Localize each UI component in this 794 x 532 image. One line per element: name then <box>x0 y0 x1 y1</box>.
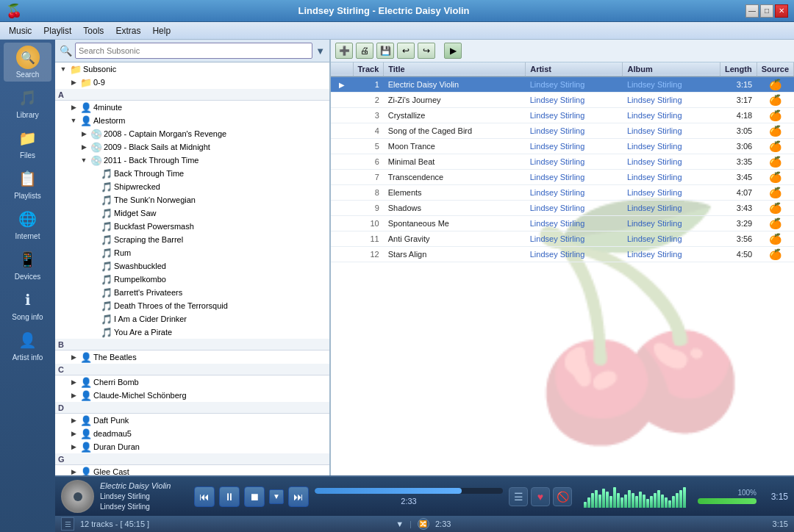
tree-track-cider-drinker[interactable]: 🎵 I Am a Cider Drinker <box>55 312 329 326</box>
sidebar-item-artist-info[interactable]: 👤 Artist info <box>4 326 51 364</box>
table-row[interactable]: 5 Moon Trance Lindsey Stirling Lindsey S… <box>331 139 794 154</box>
tree-album-captains-revenge[interactable]: ▶ 💿 2008 - Captain Morgan's Revenge <box>55 127 329 140</box>
col-header-artist[interactable]: Artist <box>526 62 623 76</box>
col-header-source[interactable]: Source <box>757 62 793 76</box>
maximize-button[interactable]: □ <box>760 4 773 18</box>
tree-artist-beatles[interactable]: ▶ 👤 The Beatles <box>55 351 329 364</box>
table-row[interactable]: 6 Minimal Beat Lindsey Stirling Lindsey … <box>331 154 794 170</box>
close-button[interactable]: ✕ <box>775 4 788 18</box>
sidebar-label-devices: Devices <box>15 273 41 281</box>
expand-icon-captains-revenge[interactable]: ▶ <box>79 129 89 139</box>
expand-icon-claude-michel[interactable]: ▶ <box>68 390 79 400</box>
volume-bar-container[interactable] <box>698 498 757 504</box>
tree-item-0-9[interactable]: ▶ 📁 0-9 <box>55 76 329 89</box>
expand-icon-subsonic[interactable]: ▼ <box>58 64 68 74</box>
tree-track-back-through-time[interactable]: 🎵 Back Through Time <box>55 167 329 180</box>
redo-button[interactable]: ↪ <box>418 43 435 59</box>
expand-icon-glee-cast[interactable]: ▶ <box>68 467 79 475</box>
tree-track-rum[interactable]: 🎵 Rum <box>55 246 329 259</box>
tree-track-barretts[interactable]: 🎵 Barrett's Privateers <box>55 286 329 299</box>
col-header-length[interactable]: Length <box>720 62 757 76</box>
expand-icon-beatles[interactable]: ▶ <box>68 352 79 362</box>
col-header-album[interactable]: Album <box>623 62 720 76</box>
menu-extras[interactable]: Extras <box>110 24 146 37</box>
tree-root-subsonic[interactable]: ▼ 📁 Subsonic <box>55 62 329 76</box>
expand-icon-alestorm[interactable]: ▼ <box>68 115 79 126</box>
sidebar-item-devices[interactable]: 📱 Devices <box>4 245 51 284</box>
expand-icon-4minute[interactable]: ▶ <box>68 102 79 112</box>
mini-playlist-button[interactable]: ☰ <box>61 517 74 531</box>
expand-icon-deadmau5[interactable]: ▶ <box>68 428 79 439</box>
col-header-num[interactable]: Track <box>353 62 384 76</box>
table-row[interactable]: ▶ 1 Electric Daisy Violin Lindsey Stirli… <box>331 76 794 93</box>
table-row[interactable]: 11 Anti Gravity Lindsey Stirling Lindsey… <box>331 231 794 247</box>
print-button[interactable]: 🖨 <box>356 43 373 59</box>
expand-icon-duran-duran[interactable]: ▶ <box>68 442 79 452</box>
tree-artist-daft-punk[interactable]: ▶ 👤 Daft Punk <box>55 414 329 427</box>
tree-track-scraping[interactable]: 🎵 Scraping the Barrel <box>55 233 329 246</box>
tree-artist-deadmau5[interactable]: ▶ 👤 deadmau5 <box>55 427 329 440</box>
prev-button[interactable]: ⏮ <box>194 486 215 507</box>
table-row[interactable]: 12 Stars Align Lindsey Stirling Lindsey … <box>331 247 794 262</box>
minimize-button[interactable]: — <box>745 4 759 18</box>
playlist-view-button[interactable]: ☰ <box>509 487 528 506</box>
expand-icon-back-through-time[interactable]: ▼ <box>79 155 89 165</box>
tree-track-swashbuckled[interactable]: 🎵 Swashbuckled <box>55 259 329 273</box>
sidebar-item-playlists[interactable]: 📋 Playlists <box>4 164 51 203</box>
table-row[interactable]: 4 Song of the Caged Bird Lindsey Stirlin… <box>331 123 794 139</box>
table-row[interactable]: 10 Spontaneous Me Lindsey Stirling Linds… <box>331 216 794 231</box>
play-queue-button[interactable]: ▶ <box>444 43 462 59</box>
sidebar-item-files[interactable]: 📁 Files <box>4 123 51 162</box>
table-row[interactable]: 3 Crystallize Lindsey Stirling Lindsey S… <box>331 108 794 123</box>
tree-artist-glee-cast[interactable]: ▶ 👤 Glee Cast <box>55 465 329 475</box>
tree-artist-cherri-bomb[interactable]: ▶ 👤 Cherri Bomb <box>55 375 329 389</box>
add-track-button[interactable]: ➕ <box>335 43 353 59</box>
tree-track-death-throes[interactable]: 🎵 Death Throes of the Terrorsquid <box>55 299 329 312</box>
tree-track-buckfast[interactable]: 🎵 Buckfast Powersmash <box>55 220 329 233</box>
progress-bar-container[interactable] <box>315 488 503 494</box>
table-row[interactable]: 8 Elements Lindsey Stirling Lindsey Stir… <box>331 185 794 201</box>
sidebar-item-search[interactable]: 🔍 Search <box>4 43 51 82</box>
track-table[interactable]: Track Title Artist Album Length Source ▶… <box>331 62 794 475</box>
tree-content[interactable]: ▼ 📁 Subsonic ▶ 📁 0-9 A <box>55 62 329 475</box>
col-header-track[interactable] <box>331 62 353 76</box>
tree-track-rumpelkombo[interactable]: 🎵 Rumpelkombo <box>55 273 329 286</box>
expand-icon-daft-punk[interactable]: ▶ <box>68 415 79 425</box>
expand-icon-0-9[interactable]: ▶ <box>68 77 79 87</box>
tree-artist-claude-michel[interactable]: ▶ 👤 Claude-Michel Schönberg <box>55 389 329 402</box>
save-button[interactable]: 💾 <box>376 43 394 59</box>
menu-help[interactable]: Help <box>146 24 176 37</box>
playback-dropdown[interactable]: ▼ <box>269 489 284 504</box>
tree-track-sunkn-norwegian[interactable]: 🎵 The Sunk'n Norwegian <box>55 193 329 206</box>
table-row[interactable]: 7 Transcendence Lindsey Stirling Lindsey… <box>331 170 794 185</box>
sidebar-label-artist-info: Artist info <box>12 353 43 362</box>
stop-button[interactable]: ⏹ <box>244 486 265 507</box>
tree-track-you-are-pirate[interactable]: 🎵 You Are a Pirate <box>55 326 329 339</box>
menu-tools[interactable]: Tools <box>77 24 110 37</box>
menu-playlist[interactable]: Playlist <box>37 24 77 37</box>
sidebar-item-library[interactable]: 🎵 Library <box>4 83 51 122</box>
tree-artist-alestorm[interactable]: ▼ 👤 Alestorm <box>55 114 329 127</box>
col-header-title[interactable]: Title <box>384 62 526 76</box>
pause-button[interactable]: ⏸ <box>219 486 240 507</box>
search-options-icon[interactable]: ▼ <box>315 46 325 57</box>
sidebar-item-internet[interactable]: 🌐 Internet <box>4 204 51 243</box>
next-button[interactable]: ⏭ <box>288 486 309 507</box>
undo-button[interactable]: ↩ <box>397 43 415 59</box>
menu-music[interactable]: Music <box>3 24 37 37</box>
expand-icon-cherri-bomb[interactable]: ▶ <box>68 377 79 387</box>
search-input[interactable] <box>75 43 312 59</box>
playback-order-button[interactable]: ▼ <box>396 520 404 528</box>
tree-artist-duran-duran[interactable]: ▶ 👤 Duran Duran <box>55 440 329 453</box>
tree-artist-4minute[interactable]: ▶ 👤 4minute <box>55 101 329 114</box>
table-row[interactable]: 9 Shadows Lindsey Stirling Lindsey Stirl… <box>331 201 794 216</box>
tree-album-back-through-time[interactable]: ▼ 💿 2011 - Back Through Time <box>55 154 329 167</box>
tree-track-shipwrecked[interactable]: 🎵 Shipwrecked <box>55 180 329 193</box>
tree-track-midget-saw[interactable]: 🎵 Midget Saw <box>55 206 329 220</box>
ban-button[interactable]: 🚫 <box>553 487 572 506</box>
favorite-button[interactable]: ♥ <box>531 487 550 506</box>
expand-icon-black-sails[interactable]: ▶ <box>79 142 89 152</box>
table-row[interactable]: 2 Zi-Zi's Journey Lindsey Stirling Linds… <box>331 93 794 108</box>
sidebar-item-song-info[interactable]: ℹ Song info <box>4 285 51 324</box>
tree-album-black-sails[interactable]: ▶ 💿 2009 - Black Sails at Midnight <box>55 140 329 154</box>
